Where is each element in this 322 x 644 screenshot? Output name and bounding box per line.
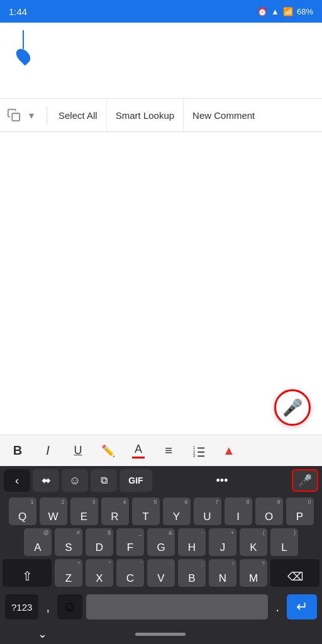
document-area: ▾ Select All Smart Lookup New Comment 🎤 xyxy=(0,23,322,435)
key-q[interactable]: 1Q xyxy=(9,497,36,525)
emoji-button[interactable]: ☺ xyxy=(57,594,82,619)
context-divider xyxy=(47,106,47,125)
shift-icon: ⇧ xyxy=(22,569,33,584)
sticker-button[interactable]: ☺ xyxy=(62,469,88,492)
keyboard-row-2: @A #S $D _F &G -H +J (K )L xyxy=(3,528,319,556)
keyboard-mic-icon: 🎤 xyxy=(298,474,312,487)
key-delete[interactable]: ⌫ xyxy=(270,559,319,587)
svg-text:3: 3 xyxy=(193,453,196,458)
select-all-button[interactable]: Select All xyxy=(50,98,107,132)
copy-icon[interactable] xyxy=(5,106,23,124)
status-time: 1:44 xyxy=(9,6,27,17)
key-v[interactable]: :V xyxy=(147,559,175,587)
expand-button[interactable]: ▲ xyxy=(218,440,240,462)
pencil-icon: ✏️ xyxy=(101,444,115,458)
key-u[interactable]: 7U xyxy=(194,497,221,525)
italic-button[interactable]: I xyxy=(36,440,59,462)
key-shift[interactable]: ⇧ xyxy=(3,559,52,587)
keyboard-bottom-bar: ?123 , ☺ . ↵ xyxy=(0,590,322,624)
bullet-list-icon: ≡ xyxy=(165,443,172,458)
key-p[interactable]: 0P xyxy=(286,497,314,525)
chevron-down-icon[interactable]: ▾ xyxy=(24,106,39,124)
key-a[interactable]: @A xyxy=(24,528,52,556)
cursor-drop xyxy=(13,46,33,65)
comma-key[interactable]: , xyxy=(42,600,53,614)
status-icons: ⏰ ▲ 📶 68% xyxy=(257,7,313,16)
cursor-tool-button[interactable]: ⬌ xyxy=(33,469,59,492)
numbered-list-button[interactable]: 1 2 3 xyxy=(187,440,210,462)
back-icon: ‹ xyxy=(15,474,19,487)
voice-mic-fab[interactable]: 🎤 xyxy=(274,389,311,426)
text-cursor xyxy=(18,30,29,64)
key-t[interactable]: 5T xyxy=(132,497,160,525)
key-e[interactable]: 3E xyxy=(70,497,98,525)
bold-button[interactable]: B xyxy=(6,440,29,462)
cursor-icon: ⬌ xyxy=(42,474,51,487)
enter-icon: ↵ xyxy=(296,599,308,615)
bullet-list-button[interactable]: ≡ xyxy=(157,440,180,462)
wifi-icon: ▲ xyxy=(271,7,279,16)
font-color-label: A xyxy=(135,443,142,456)
key-f[interactable]: _F xyxy=(116,528,144,556)
signal-icon: 📶 xyxy=(283,7,293,16)
underline-button[interactable]: U xyxy=(67,440,89,462)
key-b[interactable]: ;B xyxy=(178,559,206,587)
key-s[interactable]: #S xyxy=(55,528,82,556)
microphone-icon: 🎤 xyxy=(282,398,303,418)
key-j[interactable]: +J xyxy=(209,528,236,556)
pencil-button[interactable]: ✏️ xyxy=(97,440,119,462)
italic-icon: I xyxy=(46,443,50,458)
period-key[interactable]: . xyxy=(272,600,283,614)
key-n[interactable]: !N xyxy=(209,559,236,587)
more-options-button[interactable]: ••• xyxy=(155,474,289,487)
clipboard-button[interactable]: ⧉ xyxy=(91,469,117,492)
key-d[interactable]: $D xyxy=(86,528,113,556)
key-o[interactable]: 9O xyxy=(255,497,283,525)
key-m[interactable]: ?M xyxy=(240,559,267,587)
key-c[interactable]: 'C xyxy=(116,559,144,587)
key-z[interactable]: *Z xyxy=(55,559,82,587)
context-icon-group: ▾ xyxy=(5,106,39,124)
smart-lookup-button[interactable]: Smart Lookup xyxy=(107,98,184,132)
context-menu: ▾ Select All Smart Lookup New Comment xyxy=(0,98,322,132)
key-w[interactable]: 2W xyxy=(40,497,67,525)
nav-chevron-down-icon[interactable]: ⌄ xyxy=(38,627,47,641)
underline-wrap: U xyxy=(74,444,82,457)
key-i[interactable]: 8I xyxy=(225,497,252,525)
font-color-button[interactable]: A xyxy=(127,440,150,462)
cursor-line xyxy=(23,30,24,49)
status-bar: 1:44 ⏰ ▲ 📶 68% xyxy=(0,0,322,23)
delete-icon: ⌫ xyxy=(287,570,303,584)
keyboard-back-button[interactable]: ‹ xyxy=(4,469,30,492)
battery-icon: 68% xyxy=(297,7,313,16)
keyboard-mic-button[interactable]: 🎤 xyxy=(292,469,318,492)
keyboard-row-3: ⇧ *Z "X 'C :V ;B !N ?M ⌫ xyxy=(3,559,319,587)
key-y[interactable]: 6Y xyxy=(163,497,191,525)
key-r[interactable]: 4R xyxy=(101,497,129,525)
svg-rect-0 xyxy=(12,113,19,121)
format-toolbar: B I U ✏️ A ≡ 1 2 3 ▲ xyxy=(0,435,322,466)
nav-pill xyxy=(135,633,186,636)
clipboard-icon: ⧉ xyxy=(101,475,108,486)
key-g[interactable]: &G xyxy=(147,528,175,556)
sticker-icon: ☺ xyxy=(69,474,80,487)
keyboard-top-row: ‹ ⬌ ☺ ⧉ GIF ••• 🎤 xyxy=(0,466,322,495)
enter-key[interactable]: ↵ xyxy=(287,594,317,619)
gif-button[interactable]: GIF xyxy=(119,469,152,492)
expand-icon: ▲ xyxy=(223,443,235,458)
key-k[interactable]: (K xyxy=(240,528,267,556)
dots-icon: ••• xyxy=(216,474,228,487)
key-x[interactable]: "X xyxy=(86,559,113,587)
new-comment-button[interactable]: New Comment xyxy=(184,98,264,132)
key-h[interactable]: -H xyxy=(178,528,206,556)
cursor-area xyxy=(0,23,322,98)
navigation-bottom: ⌄ xyxy=(0,624,322,644)
key-l[interactable]: )L xyxy=(270,528,298,556)
doc-content: 🎤 xyxy=(0,132,322,435)
emoji-icon: ☺ xyxy=(63,599,77,615)
numbered-list-icon: 1 2 3 xyxy=(192,444,206,458)
font-color-bar xyxy=(132,457,145,458)
numbers-button[interactable]: ?123 xyxy=(5,594,38,619)
alarm-icon: ⏰ xyxy=(257,7,267,16)
space-key[interactable] xyxy=(86,594,269,619)
